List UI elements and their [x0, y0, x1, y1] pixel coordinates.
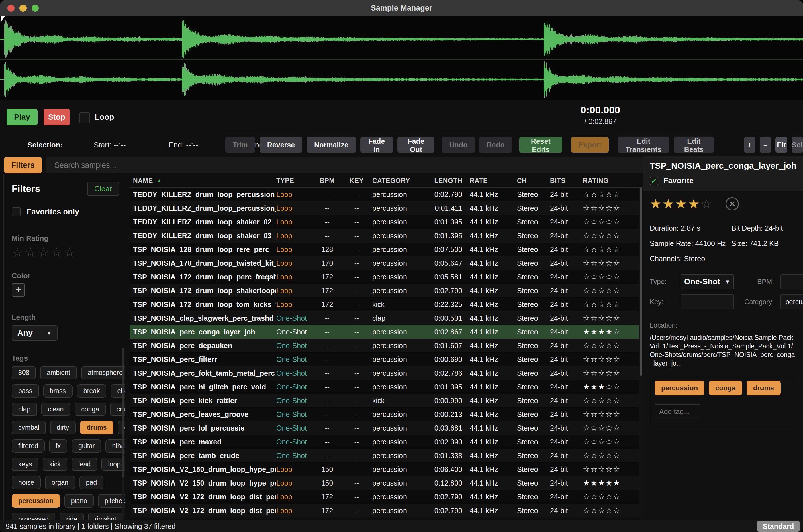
table-row[interactable]: TSP_NOISIA_perc_hi_glitch_perc_voidOne-S… — [130, 380, 639, 394]
table-row[interactable]: TSP_NOISIA_V2_172_drum_loop_dist_percLoo… — [130, 490, 639, 504]
tag-filter-guitar[interactable]: guitar — [72, 439, 102, 453]
zoom-selection-button[interactable]: Sel — [791, 137, 803, 153]
stop-button[interactable]: Stop — [43, 109, 70, 126]
table-row[interactable]: TSP_NOISIA_perc_depaukenOne-Shot----perc… — [130, 339, 639, 353]
tag-filter-ambient[interactable]: ambient — [40, 366, 77, 379]
cell-rating[interactable]: ☆☆☆☆☆ — [583, 217, 639, 227]
column-header-ch[interactable]: CH — [517, 177, 550, 185]
column-header-key[interactable]: KEY — [341, 177, 372, 185]
cell-rating[interactable]: ☆☆☆☆☆ — [583, 300, 639, 309]
fit-button[interactable]: Fit — [775, 137, 787, 153]
table-scrollbar-thumb[interactable] — [640, 188, 642, 376]
redo-button[interactable]: Redo — [479, 137, 512, 153]
tag-filter-lead[interactable]: lead — [72, 458, 97, 471]
cell-rating[interactable]: ☆☆☆☆☆ — [583, 451, 639, 460]
tag-filter-break[interactable]: break — [77, 384, 107, 398]
key-field[interactable] — [681, 294, 734, 309]
table-row[interactable]: TSP_NOISIA_V2_172_drum_loop_dist_perc_al… — [130, 504, 639, 517]
filters-toggle-button[interactable]: Filters — [4, 157, 42, 173]
table-row[interactable]: TSP_NOISIA_V2_150_drum_loop_hype_perc_sh… — [130, 462, 639, 476]
sample-tag-drums[interactable]: drums — [747, 381, 781, 395]
tag-filter-dirty[interactable]: dirty — [50, 421, 76, 434]
cell-rating[interactable]: ☆☆☆☆☆ — [583, 341, 639, 350]
tag-filter-organ[interactable]: organ — [45, 476, 75, 489]
favorites-only-checkbox[interactable] — [12, 207, 21, 216]
table-row[interactable]: TSP_NOISIA_perc_filterrOne-Shot----percu… — [130, 353, 639, 366]
column-header-rate[interactable]: RATE — [470, 177, 517, 185]
table-row[interactable]: TSP_NOISIA_perc_conga_layer_johOne-Shot-… — [130, 325, 639, 339]
table-row[interactable]: TSP_NOISIA_172_drum_loop_shakerloopeditL… — [130, 284, 639, 298]
tag-filter-ride[interactable]: ride — [60, 513, 84, 520]
minimize-window-button[interactable] — [19, 5, 26, 12]
tag-filter-drums[interactable]: drums — [80, 421, 113, 434]
clear-rating-icon[interactable]: ✕ — [726, 197, 739, 210]
tag-filter-keys[interactable]: keys — [12, 458, 38, 471]
cell-rating[interactable]: ☆☆☆☆☆ — [583, 506, 639, 515]
table-row[interactable]: TSP_NOISIA_perc_maxedOne-Shot----percuss… — [130, 435, 639, 449]
tag-filter-noise[interactable]: noise — [12, 476, 41, 489]
table-row[interactable]: TSP_NOISIA_172_drum_loop_perc_freqshiftL… — [130, 270, 639, 284]
column-header-bits[interactable]: BITS — [550, 177, 583, 185]
table-row[interactable]: TSP_NOISIA_perc_lol_percussieOne-Shot---… — [130, 421, 639, 435]
edit-beats-button[interactable]: Edit Beats — [674, 137, 714, 153]
edit-transients-button[interactable]: Edit Transients — [618, 137, 670, 153]
normalize-button[interactable]: Normalize — [307, 137, 355, 153]
cell-rating[interactable]: ☆☆☆☆☆ — [583, 190, 639, 199]
tag-filter-conga[interactable]: conga — [74, 403, 106, 416]
tag-filter-kick[interactable]: kick — [43, 458, 67, 471]
tag-filter-808[interactable]: 808 — [12, 366, 36, 379]
clear-filters-button[interactable]: Clear — [87, 182, 119, 196]
table-row[interactable]: TSP_NOISIA_172_drum_loop_tom_kicks_twola… — [130, 298, 639, 311]
cell-rating[interactable]: ☆☆☆☆☆ — [583, 396, 639, 405]
cell-rating[interactable]: ☆☆☆☆☆ — [583, 272, 639, 282]
sample-rating-stars[interactable]: ★★★★☆ — [650, 197, 713, 210]
column-header-rating[interactable]: RATING — [583, 177, 643, 185]
cell-rating[interactable]: ☆☆☆☆☆ — [583, 492, 639, 501]
table-scrollbar[interactable] — [639, 188, 643, 520]
table-row[interactable]: TSP_NOISIA_perc_leaves_grooveOne-Shot---… — [130, 407, 639, 421]
cell-rating[interactable]: ☆☆☆☆☆ — [583, 437, 639, 446]
zoom-out-button[interactable]: – — [760, 137, 771, 153]
tag-filter-cymbal[interactable]: cymbal — [12, 421, 46, 434]
cell-rating[interactable]: ☆☆☆☆☆ — [583, 204, 639, 213]
min-rating-stars[interactable]: ☆☆☆☆☆ — [12, 246, 123, 259]
loop-checkbox[interactable] — [79, 112, 90, 123]
playhead-marker[interactable] — [1, 16, 5, 22]
reverse-button[interactable]: Reverse — [260, 137, 302, 153]
tag-filter-pad[interactable]: pad — [79, 476, 104, 489]
tag-filter-brass[interactable]: brass — [43, 384, 73, 398]
sidebar-scrollbar-thumb[interactable] — [122, 348, 124, 477]
category-field[interactable] — [780, 294, 803, 309]
tag-filter-filtered[interactable]: filtered — [12, 439, 45, 453]
tag-filter-clap[interactable]: clap — [12, 403, 37, 416]
tag-filter-clean[interactable]: clean — [41, 403, 70, 416]
export-button[interactable]: Export — [571, 137, 609, 153]
tag-filter-atmosphere[interactable]: atmosphere — [81, 366, 125, 379]
tag-filter-processed[interactable]: processed — [12, 513, 55, 520]
column-header-name[interactable]: NAME▲ — [133, 177, 276, 185]
table-row[interactable]: TSP_NOISIA_128_drum_loop_rere_percLoop12… — [130, 243, 639, 256]
column-header-type[interactable]: TYPE — [276, 177, 313, 185]
cell-rating[interactable]: ☆☆☆☆☆ — [583, 286, 639, 295]
table-row[interactable]: TSP_NOISIA_clap_slagwerk_perc_trashdOne-… — [130, 311, 639, 325]
standard-mode-button[interactable]: Standard — [757, 521, 800, 532]
column-header-length[interactable]: LENGTH — [424, 177, 470, 185]
tag-filter-percussion[interactable]: percussion — [12, 494, 60, 508]
reset-edits-button[interactable]: Reset Edits — [519, 137, 562, 153]
play-button[interactable]: Play — [6, 109, 38, 126]
table-row[interactable]: TSP_NOISIA_170_drum_loop_twisted_kit_per… — [130, 256, 639, 270]
zoom-in-button[interactable]: + — [744, 137, 755, 153]
undo-button[interactable]: Undo — [442, 137, 475, 153]
table-row[interactable]: TSP_NOISIA_V2_150_drum_loop_hype_perc_sh… — [130, 476, 639, 490]
favorite-checkbox[interactable]: ✓ — [650, 177, 658, 185]
bpm-field[interactable] — [780, 274, 803, 289]
table-row[interactable]: TEDDY_KILLERZ_drum_loop_shaker_02_172Loo… — [130, 215, 639, 229]
tag-filter-piano[interactable]: piano — [65, 494, 94, 508]
column-header-bpm[interactable]: BPM — [313, 177, 341, 185]
sample-tag-percussion[interactable]: percussion — [655, 381, 705, 395]
cell-rating[interactable]: ☆☆☆☆☆ — [583, 368, 639, 378]
close-window-button[interactable] — [7, 5, 15, 12]
cell-rating[interactable]: ★★★☆☆ — [583, 382, 639, 392]
tag-filter-pitched[interactable]: pitched — [98, 494, 125, 508]
waveform-canvas[interactable] — [0, 16, 803, 100]
